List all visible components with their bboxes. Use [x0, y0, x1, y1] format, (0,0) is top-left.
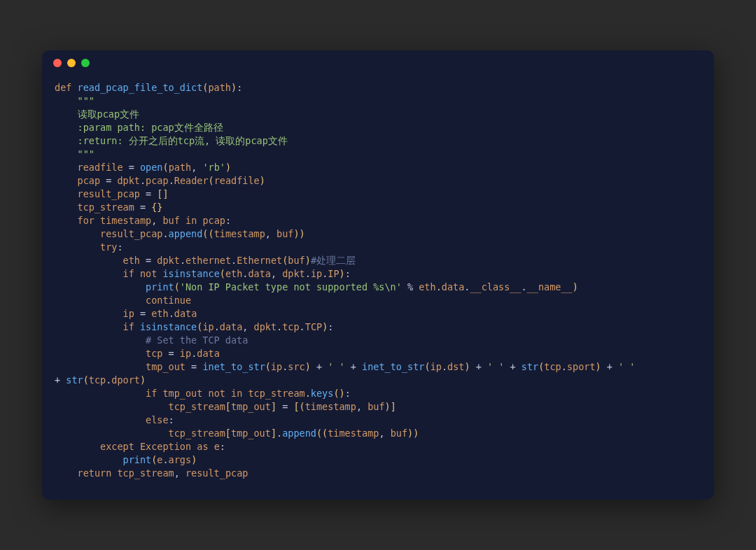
maximize-icon[interactable] — [81, 59, 90, 67]
code-window: def read_pcap_file_to_dict(path): """ 读取… — [42, 50, 714, 500]
close-icon[interactable] — [53, 59, 62, 67]
code-block: def read_pcap_file_to_dict(path): """ 读取… — [42, 76, 714, 500]
window-titlebar — [42, 50, 714, 76]
minimize-icon[interactable] — [67, 59, 76, 67]
